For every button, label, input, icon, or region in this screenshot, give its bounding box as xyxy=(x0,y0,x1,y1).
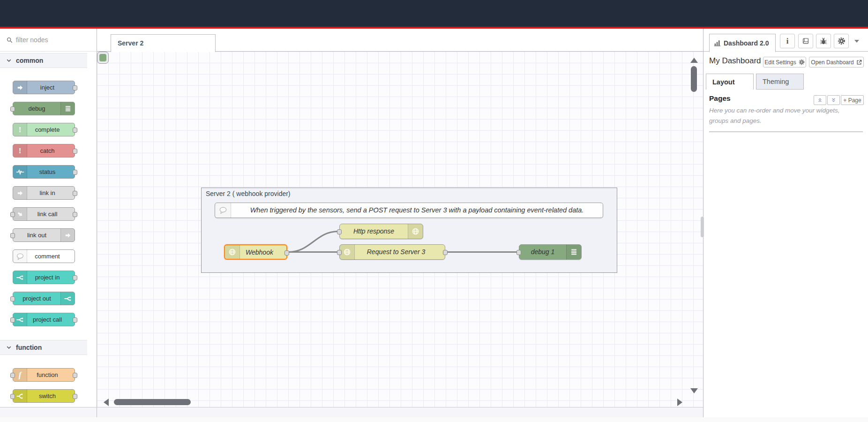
palette-node-project-call[interactable]: project call xyxy=(13,313,75,326)
input-port[interactable] xyxy=(337,250,342,255)
palette-node-link-call[interactable]: link call xyxy=(13,207,75,221)
node-red-editor: Fragile-Common-Yellowthroat-2706 Deploy … xyxy=(0,0,868,422)
output-port[interactable] xyxy=(73,149,77,154)
debug-lines-icon xyxy=(60,102,75,115)
flow-node-request-to-server3[interactable]: Request to Server 3 xyxy=(339,244,445,260)
project-icon xyxy=(60,292,75,305)
group-label: Server 2 ( webhook provider) xyxy=(206,190,291,197)
sidebar-tab-help[interactable] xyxy=(798,34,813,48)
palette-node-comment[interactable]: comment xyxy=(13,249,75,263)
palette-node-switch[interactable]: switch xyxy=(13,389,75,403)
palette-node-status[interactable]: status xyxy=(13,165,75,179)
input-port[interactable] xyxy=(337,229,342,234)
dashboard-tab-layout[interactable]: Layout xyxy=(706,74,754,90)
output-port[interactable] xyxy=(73,394,77,399)
output-port[interactable] xyxy=(443,250,448,255)
add-page-button[interactable]: + Page xyxy=(841,95,864,105)
output-port[interactable] xyxy=(73,373,77,378)
sidebar-tab-dashboard[interactable]: Dashboard 2.0 xyxy=(709,34,776,52)
double-chevron-down-icon xyxy=(831,98,836,103)
workspace-tab-server2[interactable]: Server 2 xyxy=(111,34,216,52)
output-port[interactable] xyxy=(73,170,77,175)
book-icon xyxy=(802,38,809,45)
edit-settings-button[interactable]: Edit Settings xyxy=(763,57,806,68)
input-port[interactable] xyxy=(10,296,15,301)
palette-search-input[interactable] xyxy=(16,36,82,44)
info-icon: i xyxy=(786,37,789,46)
flow-comment-node[interactable]: When triggered by the sensors, send a PO… xyxy=(215,203,603,218)
gear-icon xyxy=(838,37,846,45)
output-port[interactable] xyxy=(73,317,77,323)
open-dashboard-button[interactable]: Open Dashboard xyxy=(809,57,864,68)
output-port[interactable] xyxy=(73,85,77,90)
bar-chart-icon xyxy=(714,40,721,46)
palette-category-function[interactable]: function xyxy=(0,340,87,355)
input-port[interactable] xyxy=(10,233,15,238)
palette-footer xyxy=(0,407,97,417)
right-sidebar: Dashboard 2.0 i My Dashboard Edit Settin… xyxy=(703,29,868,417)
globe-icon xyxy=(408,224,423,239)
palette-node-inject[interactable]: inject xyxy=(13,81,75,94)
sidebar-tab-config[interactable] xyxy=(834,34,849,48)
pages-hint-text: Here you can re-order and move your widg… xyxy=(709,106,860,127)
canvas-scroll-right-arrow[interactable] xyxy=(677,399,682,406)
canvas-scroll-down-arrow[interactable] xyxy=(690,388,698,393)
output-port[interactable] xyxy=(73,275,77,280)
palette-node-project-out[interactable]: project out xyxy=(13,292,75,305)
palette-node-catch[interactable]: ! catch xyxy=(13,144,75,158)
flow-node-http-response[interactable]: Http response xyxy=(339,224,423,239)
bug-icon xyxy=(820,38,827,45)
chevron-down-icon xyxy=(6,345,12,350)
palette-node-link-out[interactable]: link out xyxy=(13,228,75,242)
canvas-scroll-up-arrow[interactable] xyxy=(690,58,698,63)
canvas-footer xyxy=(97,407,703,417)
palette-node-link-in[interactable]: link in xyxy=(13,186,75,200)
page-move-up-button[interactable] xyxy=(814,95,826,105)
page-move-down-button[interactable] xyxy=(827,95,840,105)
palette-node-complete[interactable]: ! complete xyxy=(13,123,75,136)
input-port[interactable] xyxy=(10,317,15,323)
search-icon xyxy=(7,37,13,43)
debug-enable-toggle[interactable] xyxy=(97,52,109,64)
palette-search[interactable] xyxy=(0,29,97,52)
gear-icon xyxy=(799,59,805,65)
external-link-icon xyxy=(856,60,862,65)
output-port[interactable] xyxy=(73,191,77,196)
flow-canvas[interactable]: Server 2 ( webhook provider) When trigge… xyxy=(97,52,703,407)
canvas-scroll-left-arrow[interactable] xyxy=(104,399,109,406)
header-accent-line xyxy=(0,27,868,29)
sidebar-resize-handle[interactable] xyxy=(701,217,704,237)
double-chevron-up-icon xyxy=(817,98,823,103)
sidebar-tab-info[interactable]: i xyxy=(780,34,795,48)
canvas-vertical-scrollbar-thumb[interactable] xyxy=(691,66,697,92)
chevron-down-icon xyxy=(6,58,12,63)
flow-node-webhook[interactable]: Webhook xyxy=(224,244,287,260)
flow-node-debug1[interactable]: debug 1 xyxy=(519,244,582,260)
header-bar xyxy=(0,0,868,27)
output-port[interactable] xyxy=(73,128,77,133)
palette-category-common[interactable]: common xyxy=(0,53,87,68)
comment-text: When triggered by the sensors, send a PO… xyxy=(231,203,603,218)
input-port[interactable] xyxy=(10,106,15,112)
input-port[interactable] xyxy=(10,212,15,217)
input-port[interactable] xyxy=(10,373,15,378)
palette-node-project-in[interactable]: project in xyxy=(13,271,75,284)
canvas-horizontal-scrollbar-thumb[interactable] xyxy=(114,399,191,405)
node-palette: common inject debug ! complete ! catch xyxy=(0,52,97,407)
sidebar-tab-debug[interactable] xyxy=(816,34,831,48)
dashboard-title: My Dashboard xyxy=(709,56,761,66)
input-port[interactable] xyxy=(516,250,521,255)
debug-lines-icon xyxy=(566,245,581,259)
output-port[interactable] xyxy=(73,212,77,217)
sidebar-tab-list-dropdown-icon[interactable] xyxy=(854,40,859,43)
palette-node-debug[interactable]: debug xyxy=(13,102,75,115)
pages-section-title: Pages xyxy=(709,94,731,103)
palette-node-function[interactable]: f function xyxy=(13,368,75,382)
output-port[interactable] xyxy=(284,250,289,256)
dashboard-tab-theming[interactable]: Theming xyxy=(756,74,804,90)
link-arrow-icon xyxy=(60,229,75,241)
comment-bubble-icon xyxy=(215,203,231,218)
input-port[interactable] xyxy=(10,394,15,399)
section-divider xyxy=(709,131,863,132)
